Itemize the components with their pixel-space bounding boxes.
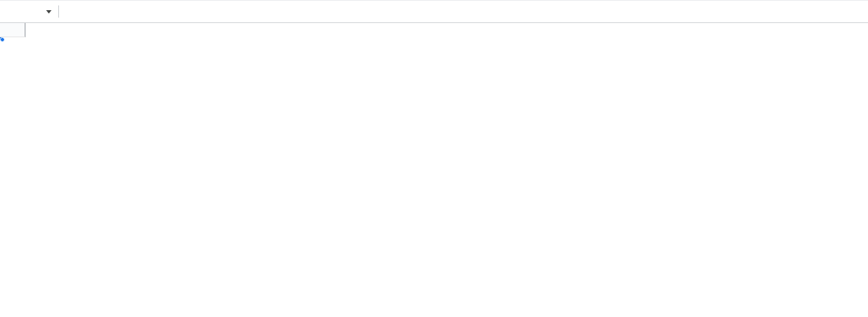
select-all-corner[interactable]	[0, 23, 26, 37]
formula-toolbar	[0, 0, 868, 22]
fill-handle-icon[interactable]	[0, 37, 5, 42]
chevron-down-icon[interactable]	[46, 10, 52, 14]
name-box[interactable]	[0, 1, 58, 22]
column-header-row	[0, 22, 868, 37]
spreadsheet-grid	[0, 22, 868, 317]
formula-input[interactable]	[75, 1, 868, 22]
divider	[58, 5, 59, 18]
